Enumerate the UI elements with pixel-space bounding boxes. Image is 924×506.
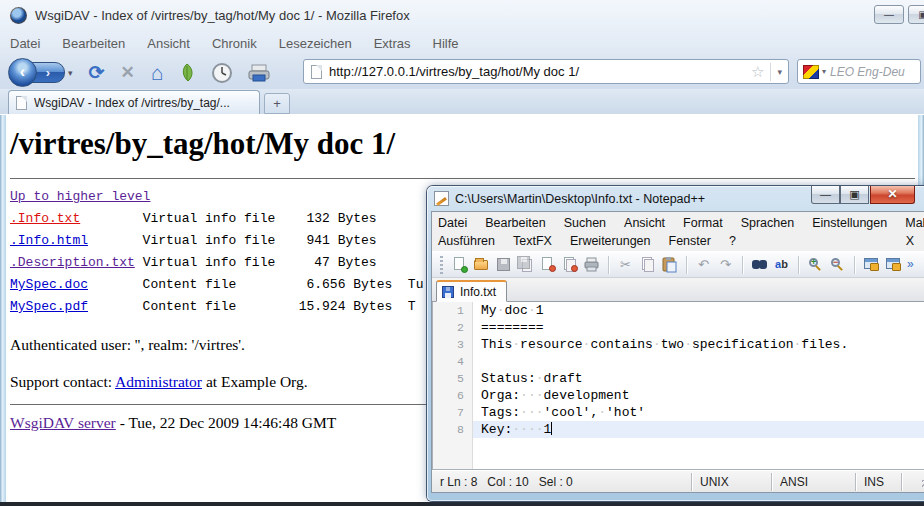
url-bar[interactable]: http://127.0.0.1/virtres/by_tag/hot/My d… bbox=[303, 59, 789, 84]
text-cursor bbox=[551, 422, 552, 435]
menu-item-bearbeiten[interactable]: Bearbeiten bbox=[62, 36, 125, 51]
open-file-icon[interactable] bbox=[473, 256, 490, 273]
editor-line[interactable]: 6Orga:···development bbox=[433, 387, 924, 404]
line-number: 8 bbox=[433, 421, 473, 438]
file-link[interactable]: .Info.html bbox=[10, 233, 88, 248]
notepadpp-window-title: C:\Users\Martin\Desktop\Info.txt - Notep… bbox=[455, 192, 705, 206]
browser-tab[interactable]: WsgiDAV - Index of /virtres/by_tag/... bbox=[8, 90, 260, 114]
npp-maximize-button[interactable]: ▣ bbox=[840, 186, 869, 204]
new-tab-button[interactable]: + bbox=[264, 93, 290, 114]
search-placeholder[interactable]: LEO Eng-Deu bbox=[830, 65, 905, 79]
redo-icon[interactable]: ↷ bbox=[717, 256, 734, 273]
line-text[interactable]: Key:····1 bbox=[473, 421, 924, 438]
url-text[interactable]: http://127.0.0.1/virtres/by_tag/hot/My d… bbox=[329, 64, 745, 79]
line-text[interactable]: Tags:···'cool',·'hot' bbox=[473, 404, 924, 421]
line-text[interactable]: My·doc·1 bbox=[473, 302, 924, 319]
file-link[interactable]: MySpec.doc bbox=[10, 277, 88, 292]
leo-search-engine-icon[interactable] bbox=[803, 65, 819, 79]
npp-menu-item-suchen[interactable]: Suchen bbox=[564, 216, 606, 230]
file-link[interactable]: Up to higher level bbox=[10, 189, 150, 204]
npp-menu-item-textfx[interactable]: TextFX bbox=[513, 234, 552, 248]
zoom-in-icon[interactable]: + bbox=[807, 256, 824, 273]
editor-line[interactable]: 3This·resource·contains·two·specificatio… bbox=[433, 336, 924, 353]
maximize-button[interactable]: ▣ bbox=[908, 5, 924, 24]
menu-item-chronik[interactable]: Chronik bbox=[212, 36, 257, 51]
line-text[interactable] bbox=[473, 353, 924, 370]
print-icon[interactable] bbox=[583, 256, 600, 273]
editor-line[interactable]: 7Tags:···'cool',·'hot' bbox=[433, 404, 924, 421]
administrator-link[interactable]: Administrator bbox=[115, 373, 202, 390]
clock-addon-icon[interactable] bbox=[211, 62, 233, 84]
npp-menu-item-erweiterungen[interactable]: Erweiterungen bbox=[570, 234, 651, 248]
leaf-addon-icon[interactable] bbox=[177, 62, 197, 84]
search-engine-dropdown-icon[interactable]: ▾ bbox=[822, 67, 826, 76]
home-button[interactable]: ⌂ bbox=[151, 62, 164, 83]
notepadpp-titlebar[interactable]: C:\Users\Martin\Desktop\Info.txt - Notep… bbox=[431, 186, 924, 211]
line-text[interactable]: Orga:···development bbox=[473, 387, 924, 404]
text-editor[interactable]: 1My·doc·12========3This·resource·contain… bbox=[432, 302, 924, 470]
menu-item-lesezeichen[interactable]: Lesezeichen bbox=[279, 36, 352, 51]
editor-line[interactable]: 1My·doc·1 bbox=[433, 302, 924, 319]
minimize-button[interactable]: — bbox=[874, 5, 904, 24]
editor-line[interactable]: 4 bbox=[433, 353, 924, 370]
wsgidav-server-link[interactable]: WsgiDAV server bbox=[10, 414, 116, 431]
search-box[interactable]: ▾ LEO Eng-Deu bbox=[797, 59, 921, 84]
bookmark-star-icon[interactable]: ☆ bbox=[751, 63, 764, 81]
status-eol-format: UNIX bbox=[692, 473, 772, 491]
file-link[interactable]: .Info.txt bbox=[10, 211, 80, 226]
npp-menu-item-makro[interactable]: Makro bbox=[905, 216, 924, 230]
npp-menu-item-?[interactable]: ? bbox=[729, 234, 736, 248]
file-link[interactable]: .Description.txt bbox=[10, 255, 135, 270]
line-text[interactable]: ======== bbox=[473, 319, 924, 336]
npp-menu-item-sprachen[interactable]: Sprachen bbox=[741, 216, 795, 230]
cut-icon[interactable]: ✂ bbox=[617, 256, 634, 273]
sync-vertical-icon[interactable] bbox=[863, 256, 880, 273]
undo-icon[interactable]: ↶ bbox=[695, 256, 712, 273]
npp-menu-item-ausfhren[interactable]: Ausführen bbox=[438, 234, 495, 248]
npp-menu-item-ansicht[interactable]: Ansicht bbox=[624, 216, 665, 230]
editor-line[interactable]: 2======== bbox=[433, 319, 924, 336]
npp-minimize-button[interactable]: — bbox=[811, 186, 840, 204]
close-file-icon[interactable] bbox=[539, 256, 556, 273]
line-text[interactable]: Status:·draft bbox=[473, 370, 924, 387]
menu-item-extras[interactable]: Extras bbox=[374, 36, 411, 51]
firefox-titlebar[interactable]: WsgiDAV - Index of /virtres/by_tag/hot/M… bbox=[0, 0, 924, 30]
line-text[interactable]: This·resource·contains·two·specification… bbox=[473, 336, 924, 353]
stop-button[interactable]: ✕ bbox=[120, 64, 134, 81]
file-link[interactable]: MySpec.pdf bbox=[10, 299, 88, 314]
file-meta: Virtual info file 47 Bytes bbox=[135, 255, 377, 270]
find-icon[interactable] bbox=[751, 256, 768, 273]
firefox-menubar: DateiBearbeitenAnsichtChronikLesezeichen… bbox=[0, 30, 924, 56]
support-suffix: at Example Org. bbox=[202, 373, 308, 390]
new-file-icon[interactable] bbox=[451, 256, 468, 273]
history-dropdown-icon[interactable]: ▾ bbox=[68, 68, 73, 78]
close-document-x[interactable]: X bbox=[906, 234, 914, 248]
paste-icon[interactable] bbox=[661, 256, 678, 273]
replace-icon[interactable]: ab bbox=[773, 256, 790, 273]
menu-item-hilfe[interactable]: Hilfe bbox=[433, 36, 459, 51]
editor-line[interactable]: 8Key:····1 bbox=[433, 421, 924, 438]
editor-empty-area[interactable] bbox=[433, 438, 924, 470]
close-all-icon[interactable] bbox=[561, 256, 578, 273]
reload-button[interactable]: ⟳ bbox=[89, 63, 105, 82]
npp-menu-item-bearbeiten[interactable]: Bearbeiten bbox=[485, 216, 545, 230]
back-button[interactable]: ‹ bbox=[8, 58, 37, 87]
line-number: 2 bbox=[433, 319, 473, 336]
npp-close-button[interactable]: ✕ bbox=[870, 186, 915, 204]
save-icon[interactable] bbox=[495, 256, 512, 273]
npp-menu-item-einstellungen[interactable]: Einstellungen bbox=[812, 216, 887, 230]
save-all-icon[interactable] bbox=[517, 256, 534, 273]
document-tab[interactable]: Info.txt bbox=[436, 280, 507, 302]
npp-menu-item-fenster[interactable]: Fenster bbox=[669, 234, 711, 248]
menu-item-ansicht[interactable]: Ansicht bbox=[147, 36, 190, 51]
npp-menu-item-format[interactable]: Format bbox=[683, 216, 723, 230]
print-button-icon[interactable] bbox=[247, 62, 271, 84]
url-dropdown-icon[interactable]: ▾ bbox=[770, 63, 788, 81]
npp-menu-item-datei[interactable]: Datei bbox=[438, 216, 467, 230]
editor-line[interactable]: 5Status:·draft bbox=[433, 370, 924, 387]
sync-horizontal-icon[interactable] bbox=[885, 256, 902, 273]
menu-item-datei[interactable]: Datei bbox=[10, 36, 40, 51]
toolbar-overflow-icon[interactable]: » bbox=[907, 256, 924, 273]
copy-icon[interactable] bbox=[639, 256, 656, 273]
zoom-out-icon[interactable]: − bbox=[829, 256, 846, 273]
